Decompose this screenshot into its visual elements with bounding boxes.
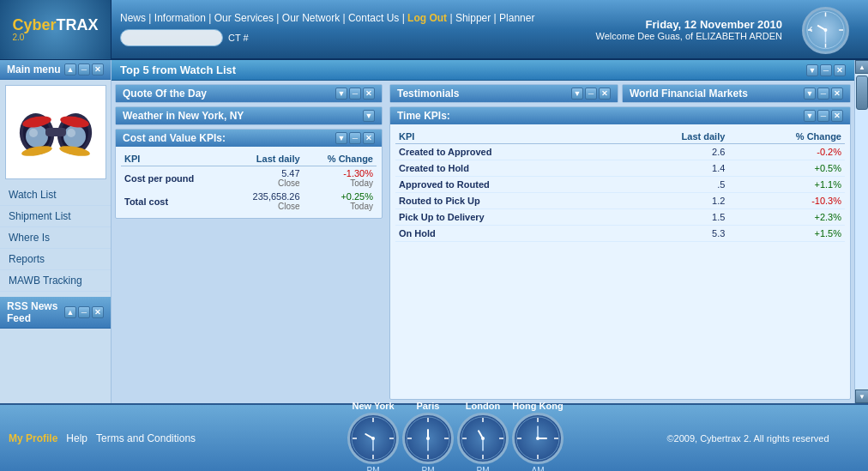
cost-kpi-btn-down[interactable]: ▼ [335,132,347,144]
sidebar-btn-close[interactable]: ✕ [92,63,104,75]
kpi-value-0: 5.47 Close [228,166,304,190]
table-row: Cost per pound 5.47 Close -1.30% Today [121,166,377,190]
world-fin-title: World Financial Markets [630,88,748,100]
header-clock-face: ‹ [802,7,849,54]
city-label-0: New York [352,401,394,411]
logo-text: CyberTRAX [12,17,98,33]
tk-btn-close[interactable]: ✕ [831,110,843,122]
city-label-1: Paris [417,401,440,411]
tkpi-label-4: Pick Up to Delivery [395,209,617,226]
quote-btn-down[interactable]: ▼ [335,88,347,100]
footer: My Profile Help Terms and Conditions New… [0,403,868,471]
sidebar-item-watchlist[interactable]: Watch List [0,184,111,206]
tkpi-col-lastdaily: Last daily [617,130,728,144]
kpi-change-0: -1.30% Today [304,166,377,190]
weather-controls: ▼ [363,110,375,122]
nav-services[interactable]: Our Services [214,12,274,24]
sidebar-item-shipmentlist[interactable]: Shipment List [0,206,111,227]
sidebar-item-reports[interactable]: Reports [0,249,111,270]
quote-controls: ▼ ─ ✕ [335,88,375,100]
wf-btn-min[interactable]: ─ [817,88,829,100]
test-btn-down[interactable]: ▼ [571,88,583,100]
tkpi-label-3: Routed to Pick Up [395,193,617,209]
tkpi-change-0: -0.2% [728,144,845,160]
ampm-3: AM [532,466,545,471]
table-row: Created to Approved 2.6 -0.2% [395,144,845,160]
tkpi-change-3: -10.3% [728,193,845,209]
top5-btn-down[interactable]: ▼ [806,64,818,76]
main-area: Top 5 from Watch List ▼ ─ ✕ Quote Of the… [112,60,854,403]
test-btn-min[interactable]: ─ [585,88,597,100]
quote-btn-close[interactable]: ✕ [363,88,375,100]
top5-title: Top 5 from Watch List [120,63,236,76]
kpi-label-1: Total cost [121,190,228,213]
tkpi-label-2: Approved to Routed [395,177,617,193]
quote-header: Quote Of the Day ▼ ─ ✕ [116,85,382,102]
weather-btn-down[interactable]: ▼ [363,110,375,122]
nav-network[interactable]: Our Network [282,12,340,24]
header: CyberTRAX 2.0 News | Information | Our S… [0,0,868,60]
world-fin-panel: World Financial Markets ▼ ─ ✕ [622,84,851,103]
table-row: Total cost 235,658.26 Close +0.25% Today [121,190,377,213]
terms-link[interactable]: Terms and Conditions [96,432,196,444]
svg-point-29 [371,437,375,440]
top5-btn-min[interactable]: ─ [820,64,832,76]
nav-news[interactable]: News [120,12,146,24]
top-right-row: Testimonials ▼ ─ ✕ World Financial Marke [389,84,851,103]
tkpi-change-2: +1.1% [728,177,845,193]
rss-btn-min[interactable]: ─ [78,306,90,318]
help-link[interactable]: Help [66,432,87,444]
tkpi-label-0: Created to Approved [395,144,617,160]
tkpi-value-1: 1.4 [617,160,728,177]
kpi-change-1: +0.25% Today [304,190,377,213]
wf-btn-down[interactable]: ▼ [804,88,816,100]
table-row: Created to Hold 1.4 +0.5% [395,160,845,177]
rss-controls: ▲ ─ ✕ [64,306,104,318]
tk-btn-down[interactable]: ▼ [804,110,816,122]
cost-kpi-content: KPI Last daily % Change Cost per pound [116,147,382,218]
nav-planner[interactable]: Planner [499,12,534,24]
tkpi-change-5: +1.5% [728,226,845,242]
nav-information[interactable]: Information [154,12,206,24]
right-column: Testimonials ▼ ─ ✕ World Financial Marke [386,81,854,403]
scroll-down-btn[interactable]: ▼ [855,389,868,403]
weather-header: Weather in New York, NY ▼ [116,107,382,124]
sidebar-btn-up[interactable]: ▲ [64,63,76,75]
svg-text:‹: ‹ [808,22,812,35]
sidebar: Main menu ▲ ─ ✕ [0,60,112,403]
city-label-3: Hong Kong [512,401,563,411]
sidebar-btn-min[interactable]: ─ [78,63,90,75]
clock-paris: Paris PM [402,401,454,471]
testimonials-panel: Testimonials ▼ ─ ✕ [389,84,618,103]
quote-btn-min[interactable]: ─ [349,88,361,100]
top5-btn-close[interactable]: ✕ [834,64,846,76]
left-column: Quote Of the Day ▼ ─ ✕ Weather in New Yo… [112,81,386,403]
kpi-label-0: Cost per pound [121,166,228,190]
nav-contact[interactable]: Contact Us [348,12,399,24]
nav-logout[interactable]: Log Out [407,12,447,24]
tkpi-value-2: .5 [617,177,728,193]
rss-btn-up[interactable]: ▲ [64,306,76,318]
svg-point-11 [26,125,48,148]
cost-kpi-btn-close[interactable]: ✕ [363,132,375,144]
rss-btn-close[interactable]: ✕ [92,306,104,318]
rss-title: RSS News Feed [7,300,64,324]
cost-kpi-btn-min[interactable]: ─ [349,132,361,144]
nav-shipper[interactable]: Shipper [455,12,491,24]
clock-hong-kong: Hong Kong AM [512,401,564,471]
test-btn-close[interactable]: ✕ [599,88,611,100]
scrollbar[interactable]: ▲ ▼ [854,60,868,403]
search-input[interactable] [120,29,223,46]
logo-version: 2.0 [12,33,98,42]
wf-btn-close[interactable]: ✕ [831,88,843,100]
tkpi-value-5: 5.3 [617,226,728,242]
table-row: On Hold 5.3 +1.5% [395,226,845,242]
sidebar-item-whereis[interactable]: Where Is [0,227,111,249]
tkpi-change-1: +0.5% [728,160,845,177]
scroll-up-btn[interactable]: ▲ [855,60,868,74]
city-label-2: London [466,401,500,411]
sidebar-item-mawb[interactable]: MAWB Tracking [0,270,111,292]
my-profile-link[interactable]: My Profile [9,432,57,444]
tk-btn-min[interactable]: ─ [817,110,829,122]
scroll-thumb[interactable] [856,75,868,110]
